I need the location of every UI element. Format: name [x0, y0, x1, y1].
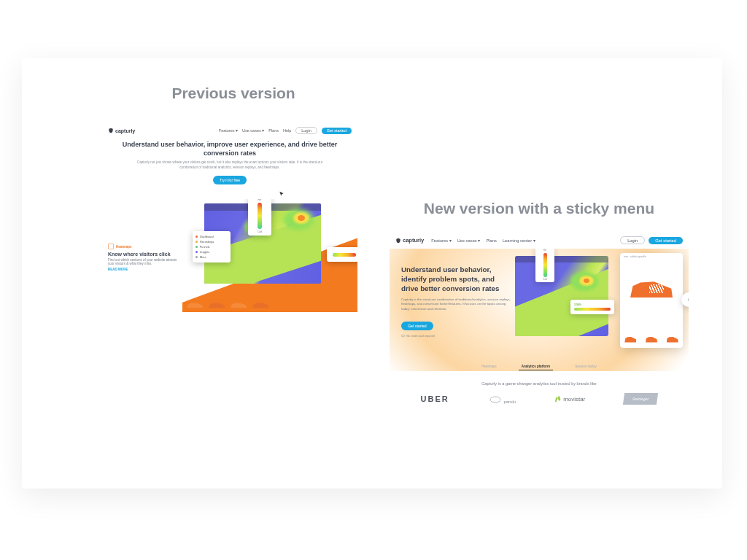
heat-gradient-icon [543, 253, 547, 277]
brand-uber: UBER [421, 394, 449, 403]
slider-bottom-label: Cold [258, 230, 263, 233]
product-label: new · adidas gazelle [620, 253, 683, 265]
new-hero-note-text: No credit card required [406, 335, 435, 338]
new-nav-learning[interactable]: Learning center ▾ [503, 238, 535, 243]
tab-analytics[interactable]: Analytics platform [522, 365, 550, 368]
new-product-card: new · adidas gazelle [620, 253, 683, 348]
menu-item[interactable]: Recordings [200, 241, 214, 244]
trust-section: Capturly is a game‑changer analytics too… [390, 381, 689, 405]
shield-icon [395, 238, 401, 244]
prev-login-button[interactable]: Login [295, 127, 317, 134]
previous-version-screenshot: capturly Features ▾ Use cases ▾ Plans He… [102, 122, 357, 312]
new-heatmap-image [515, 256, 608, 336]
brand-movistar: movistar [554, 395, 585, 403]
brand-pandu-text: pandu [503, 400, 516, 404]
chip-value: 2.54% [574, 303, 611, 306]
prev-product-strip [187, 300, 268, 309]
shoe-thumb-icon[interactable] [646, 335, 657, 343]
prev-hero-cta-button[interactable]: Try it for free [213, 176, 247, 184]
prev-brand-text: capturly [115, 128, 135, 133]
slider-top-label: Hot [258, 199, 262, 201]
new-version-heading: New version with a sticky menu [390, 200, 689, 217]
previous-version-column: Previous version capturly Features ▾ Use… [102, 85, 357, 312]
slider-bottom-label: Cold [543, 278, 547, 281]
shoe-thumb-icon[interactable] [667, 335, 678, 343]
new-hero-section: Understand user behavior, identify probl… [390, 249, 689, 371]
comparison-slide: Previous version capturly Features ▾ Use… [22, 58, 722, 489]
heat-bar-icon [574, 308, 611, 311]
shoe-icon [231, 300, 247, 309]
previous-version-heading: Previous version [102, 85, 357, 102]
new-navbar: capturly Features ▾ Use cases ▾ Plans Le… [390, 232, 689, 249]
new-heat-chip: 2.54% [570, 300, 614, 314]
brand-steinlager: Steinlager [623, 393, 658, 405]
slider-top-label: Hot [543, 249, 546, 252]
new-login-button[interactable]: Login [620, 236, 645, 244]
trust-line: Capturly is a game‑changer analytics too… [390, 381, 689, 386]
prev-feature-block: Heatmaps Know where visitors click Find … [108, 244, 181, 271]
new-version-column: New version with a sticky menu capturly … [390, 200, 689, 405]
product-image [620, 265, 683, 311]
tab-heatmaps[interactable]: Heatmaps [481, 365, 497, 368]
shoe-icon [187, 300, 203, 309]
prev-navbar: capturly Features ▾ Use cases ▾ Plans He… [102, 122, 357, 139]
prev-nav-features[interactable]: Features ▾ [219, 128, 238, 133]
new-nav-plans[interactable]: Plans [486, 238, 497, 243]
chevron-right-icon [686, 297, 689, 303]
prev-heat-chip [327, 247, 357, 262]
new-hero-title: Understand user behavior, identify probl… [401, 265, 511, 294]
prev-nav-usecases[interactable]: Use cases ▾ [242, 128, 264, 133]
brand-pandu: pandu [488, 394, 516, 404]
prev-feature-badge: Heatmaps [108, 244, 132, 249]
shield-icon [108, 128, 114, 133]
heatmap-icon [108, 244, 114, 249]
menu-item[interactable]: Insights [200, 251, 209, 254]
movistar-logo-icon [554, 395, 561, 403]
prev-hero-subtitle: Capturly not just shows where your visit… [102, 160, 357, 170]
brand-logo-row: UBER pandu movistar Steinlager [390, 393, 689, 405]
new-hero-subtitle: Capturly is the stand‑out combination of… [401, 298, 511, 312]
brand-movistar-text: movistar [563, 396, 585, 402]
new-logo: capturly [395, 237, 424, 244]
shoe-icon [209, 300, 225, 309]
new-heat-slider: Hot Cold [535, 249, 554, 282]
new-version-screenshot: capturly Features ▾ Use cases ▾ Plans Le… [390, 232, 689, 405]
new-hero-cta-button[interactable]: Get started [401, 322, 433, 330]
prev-heat-slider: Hot Cold [248, 199, 271, 236]
prev-popup-menu: Dashboard Recordings Funnels Insights Mo… [193, 231, 231, 262]
prev-feature-body: Find out which sections of your website … [108, 258, 181, 265]
pandu-logo-icon [488, 394, 503, 403]
heat-bar-icon [333, 253, 356, 257]
heat-gradient-icon [258, 203, 262, 229]
cursor-icon [279, 187, 285, 192]
shoe-icon [630, 276, 673, 300]
svg-point-1 [490, 397, 500, 402]
shoe-icon [252, 300, 268, 309]
new-nav-features[interactable]: Features ▾ [431, 238, 452, 243]
prev-heatmap-area: Dashboard Recordings Funnels Insights Mo… [182, 199, 357, 312]
prev-nav-plans[interactable]: Plans [268, 128, 279, 133]
new-nav-usecases[interactable]: Use cases ▾ [457, 238, 481, 243]
new-brand-text: capturly [403, 237, 424, 244]
svg-rect-0 [402, 335, 405, 338]
new-hero-note: No credit card required [401, 334, 511, 338]
product-thumbnails [620, 335, 683, 343]
prev-logo: capturly [108, 128, 135, 133]
menu-item[interactable]: More [200, 256, 206, 259]
prev-getstarted-button[interactable]: Get started [322, 128, 352, 134]
brand-steinlager-text: Steinlager [632, 397, 649, 401]
new-getstarted-button[interactable]: Get started [649, 237, 683, 244]
prev-nav-help[interactable]: Help [283, 128, 291, 133]
shoe-thumb-icon[interactable] [624, 335, 636, 343]
prev-readmore-link[interactable]: READ MORE [108, 268, 181, 271]
prev-feature-title: Know where visitors click [108, 252, 181, 257]
card-icon [401, 334, 405, 338]
tab-session[interactable]: Session replay [575, 365, 597, 368]
new-hero-tabs: Heatmaps Analytics platform Session repl… [390, 365, 689, 368]
prev-feature-badge-text: Heatmaps [116, 245, 132, 249]
menu-item[interactable]: Dashboard [200, 236, 214, 238]
menu-item[interactable]: Funnels [200, 246, 210, 249]
prev-hero-title: Understand user behavior, improve user e… [102, 139, 357, 160]
new-hero-copy: Understand user behavior, identify probl… [401, 265, 511, 338]
